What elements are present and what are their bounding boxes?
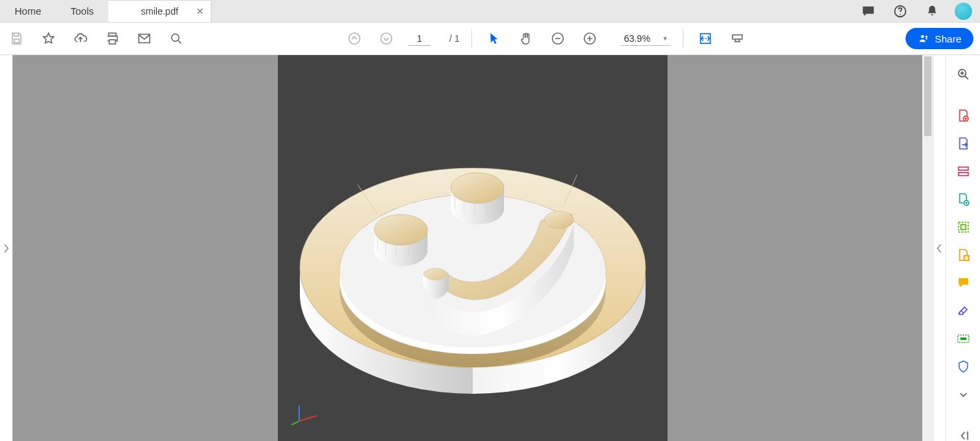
zoom-out-button[interactable] (548, 29, 568, 48)
page-up-button[interactable] (344, 29, 364, 48)
close-tab-icon[interactable]: ✕ (196, 7, 204, 16)
read-mode-button[interactable] (727, 29, 747, 48)
comment-icon[interactable] (859, 2, 878, 21)
tab-strip: Home Tools smile.pdf ✕ (0, 0, 980, 23)
svg-point-8 (381, 33, 392, 44)
page-down-button[interactable] (376, 29, 396, 48)
right-tool-panel (945, 55, 980, 441)
svg-rect-12 (733, 35, 743, 39)
mail-button[interactable] (134, 29, 154, 48)
svg-point-14 (925, 36, 927, 38)
comment-tool-icon[interactable] (953, 276, 974, 290)
document-viewport[interactable] (13, 55, 933, 441)
cloud-upload-button[interactable] (70, 29, 90, 48)
svg-point-19 (374, 215, 428, 245)
form-icon[interactable] (953, 164, 974, 179)
svg-point-1 (900, 13, 901, 15)
star-button[interactable] (39, 29, 59, 48)
main-area (0, 55, 980, 441)
vertical-scrollbar[interactable] (922, 55, 933, 441)
right-panel-collapse[interactable] (933, 55, 945, 441)
toolbar: / 1 63.9% ▼ Share (0, 23, 980, 55)
svg-point-13 (921, 35, 924, 39)
svg-rect-2 (14, 39, 19, 43)
svg-rect-33 (960, 337, 966, 340)
svg-line-22 (299, 416, 316, 421)
menu-home[interactable]: Home (0, 0, 56, 22)
page-number-input[interactable] (408, 32, 431, 46)
sign-icon[interactable] (953, 304, 974, 318)
svg-rect-30 (961, 224, 965, 229)
document-tab[interactable]: smile.pdf ✕ (108, 0, 211, 22)
scrollbar-thumb[interactable] (924, 56, 931, 136)
combine-icon[interactable] (953, 192, 974, 207)
protect-icon[interactable] (953, 359, 974, 374)
fit-width-button[interactable] (695, 29, 715, 48)
toolbar-separator (683, 30, 683, 47)
chevron-down-icon: ▼ (662, 35, 668, 42)
more-tools-icon[interactable] (953, 387, 974, 402)
organize-icon[interactable] (953, 220, 974, 234)
left-panel-expand[interactable] (0, 55, 13, 441)
document-tab-title: smile.pdf (141, 6, 178, 17)
search-button[interactable] (166, 29, 186, 48)
smile-3d-render (278, 55, 668, 441)
toolbar-separator (471, 30, 472, 47)
share-label: Share (935, 33, 961, 44)
svg-point-18 (545, 211, 574, 228)
menu-tools[interactable]: Tools (56, 0, 108, 22)
user-avatar[interactable] (955, 3, 972, 20)
svg-line-23 (291, 421, 299, 425)
help-icon[interactable] (891, 2, 910, 21)
redact-icon[interactable] (953, 331, 974, 346)
svg-rect-26 (958, 167, 968, 171)
document-page (278, 55, 668, 441)
cursor-tool[interactable] (484, 29, 504, 48)
share-button[interactable]: Share (906, 28, 973, 49)
print-button[interactable] (102, 29, 122, 48)
save-button[interactable] (7, 29, 27, 48)
export-pdf-icon[interactable] (953, 136, 974, 151)
hand-tool[interactable] (516, 29, 536, 48)
page-total-label: / 1 (447, 33, 459, 44)
svg-point-20 (451, 173, 504, 203)
search-plus-icon[interactable] (953, 67, 974, 82)
zoom-value: 63.9% (624, 33, 650, 44)
tabstrip-spacer (211, 0, 859, 22)
axis-gizmo-icon (290, 401, 320, 425)
zoom-in-button[interactable] (580, 29, 600, 48)
collapse-panel-icon[interactable] (953, 428, 974, 441)
zoom-dropdown[interactable]: 63.9% ▼ (621, 32, 671, 46)
bell-icon[interactable] (923, 2, 941, 21)
svg-rect-4 (109, 40, 115, 44)
svg-point-7 (349, 33, 360, 44)
svg-point-6 (172, 34, 179, 41)
compress-icon[interactable] (953, 248, 974, 262)
create-pdf-icon[interactable] (953, 108, 974, 123)
svg-rect-31 (963, 256, 968, 260)
svg-rect-27 (958, 173, 968, 176)
